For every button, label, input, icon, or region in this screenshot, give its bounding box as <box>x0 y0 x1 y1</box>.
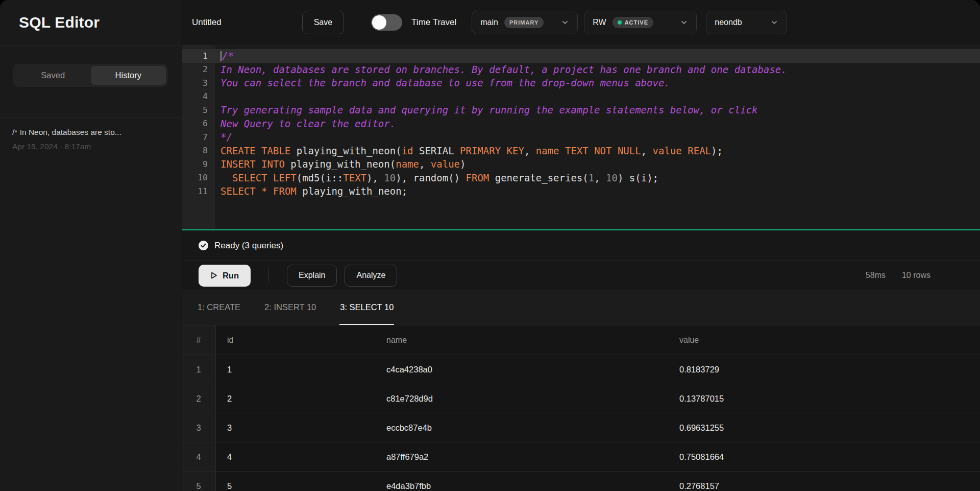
app-window: SQL Editor Saved History /* In Neon, dat… <box>0 0 980 491</box>
code-line-text: CREATE TABLE playing_with_neon(id SERIAL… <box>215 145 723 156</box>
table-cell: 4 <box>216 452 375 462</box>
line-number: 5 <box>182 105 215 115</box>
line-number: 2 <box>182 64 215 74</box>
branch-primary-badge: PRIMARY <box>504 17 544 28</box>
table-row[interactable]: 33eccbc87e4b0.69631255 <box>182 413 980 442</box>
editor-line[interactable]: 1/* <box>182 49 980 63</box>
line-number: 3 <box>182 78 215 88</box>
row-number-cell: 3 <box>182 413 216 442</box>
history-item-preview: /* In Neon, databases are sto... <box>12 128 168 137</box>
table-cell: eccbc87e4b <box>375 423 668 433</box>
results-table: #idnamevalue 11c4ca4238a00.818372922c81e… <box>182 325 980 491</box>
table-cell: 2 <box>216 394 375 404</box>
tab-saved[interactable]: Saved <box>15 66 91 85</box>
time-travel-toggle[interactable] <box>371 14 402 31</box>
sql-editor[interactable]: 1/*2In Neon, databases are stored on bra… <box>182 45 980 229</box>
table-row[interactable]: 11c4ca4238a00.8183729 <box>182 355 980 384</box>
code-line-text: In Neon, databases are stored on branche… <box>215 64 787 75</box>
column-header-id: id <box>216 336 375 345</box>
status-message: Ready (3 queries) <box>214 241 283 251</box>
database-select[interactable]: neondb <box>706 11 787 34</box>
query-duration: 58ms <box>866 271 886 280</box>
editor-lines: 1/*2In Neon, databases are stored on bra… <box>182 45 980 198</box>
table-cell: 0.13787015 <box>668 394 980 404</box>
table-cell: 0.75081664 <box>668 452 980 462</box>
column-header-num: # <box>182 325 216 355</box>
toolbar-divider <box>268 268 269 283</box>
sidebar-header: SQL Editor <box>0 0 181 45</box>
table-cell: c81e728d9d <box>375 394 668 404</box>
chevron-down-icon <box>770 18 778 27</box>
branch-select[interactable]: main PRIMARY <box>472 11 578 34</box>
row-number-cell: 2 <box>182 384 216 413</box>
compute-status-label: ACTIVE <box>625 19 648 26</box>
text-cursor <box>220 51 222 61</box>
save-button[interactable]: Save <box>302 11 344 34</box>
branch-name: main <box>480 18 498 27</box>
editor-line[interactable]: 3You can select the branch and database … <box>182 76 980 90</box>
ready-check-icon <box>199 241 208 250</box>
toggle-knob-icon <box>372 15 386 30</box>
table-cell: 1 <box>216 365 375 375</box>
code-line-text: Try generating sample data and querying … <box>215 104 757 115</box>
play-icon <box>210 271 218 279</box>
table-cell: e4da3b7fbb <box>375 481 668 491</box>
line-number: 1 <box>182 51 215 61</box>
code-line-text: SELECT LEFT(md5(i::TEXT), 10), random() … <box>215 172 658 183</box>
line-number: 4 <box>182 91 215 101</box>
table-cell: 3 <box>216 423 375 433</box>
editor-line[interactable]: 7*/ <box>182 130 980 144</box>
code-line-text: /* <box>215 50 234 61</box>
result-tab-1[interactable]: 1: CREATE <box>197 290 241 325</box>
result-tabs: 1: CREATE2: INSERT 103: SELECT 10 <box>182 290 980 325</box>
database-name: neondb <box>715 18 742 27</box>
table-cell: 0.2768157 <box>668 481 980 491</box>
code-line-text: INSERT INTO playing_with_neon(name, valu… <box>215 158 466 170</box>
compute-select[interactable]: RW ACTIVE <box>584 11 697 34</box>
table-row[interactable]: 44a87ff679a20.75081664 <box>182 442 980 472</box>
editor-line[interactable]: 2In Neon, databases are stored on branch… <box>182 63 980 77</box>
history-list-item[interactable]: /* In Neon, databases are sto... Apr 15,… <box>0 118 181 161</box>
line-number: 8 <box>182 146 215 155</box>
editor-line[interactable]: 4 <box>182 90 980 104</box>
code-line-text: SELECT * FROM playing_with_neon; <box>215 185 407 197</box>
query-title: Untitled <box>192 17 222 28</box>
editor-line[interactable]: 11SELECT * FROM playing_with_neon; <box>182 184 980 198</box>
topbar: Untitled Save Time Travel main PRIMARY R… <box>182 0 980 45</box>
chevron-down-icon <box>680 18 688 27</box>
query-toolbar: Run Explain Analyze 58ms 10 rows <box>182 261 980 290</box>
editor-line[interactable]: 10 SELECT LEFT(md5(i::TEXT), 10), random… <box>182 171 980 185</box>
main-pane: Untitled Save Time Travel main PRIMARY R… <box>182 0 980 491</box>
history-item-date: Apr 15, 2024 - 8:17am <box>12 142 168 151</box>
sidebar: SQL Editor Saved History /* In Neon, dat… <box>0 0 181 491</box>
editor-line[interactable]: 5Try generating sample data and querying… <box>182 103 980 117</box>
tab-history[interactable]: History <box>91 66 166 85</box>
table-row[interactable]: 55e4da3b7fbb0.2768157 <box>182 472 980 491</box>
row-number-cell: 1 <box>182 355 216 384</box>
code-line-text: */ <box>215 131 232 143</box>
line-number: 11 <box>182 186 215 196</box>
active-status-dot-icon <box>618 20 622 25</box>
run-button-label: Run <box>223 271 239 280</box>
saved-history-switch: Saved History <box>13 64 168 87</box>
status-bar: Ready (3 queries) <box>182 230 980 261</box>
explain-button[interactable]: Explain <box>287 265 337 287</box>
time-travel-label: Time Travel <box>411 17 456 28</box>
code-line-text: New Query to clear the editor. <box>215 118 396 129</box>
table-cell: 0.69631255 <box>668 423 980 433</box>
table-row[interactable]: 22c81e728d9d0.13787015 <box>182 384 980 413</box>
table-cell: a87ff679a2 <box>375 452 668 462</box>
row-number-cell: 5 <box>182 472 216 491</box>
table-cell: 5 <box>216 481 375 491</box>
editor-line[interactable]: 8CREATE TABLE playing_with_neon(id SERIA… <box>182 144 980 158</box>
chevron-down-icon <box>561 18 569 27</box>
result-tab-2[interactable]: 2: INSERT 10 <box>264 290 316 325</box>
editor-line[interactable]: 6New Query to clear the editor. <box>182 117 980 131</box>
page-title: SQL Editor <box>19 14 100 31</box>
analyze-button[interactable]: Analyze <box>345 265 397 287</box>
editor-line[interactable]: 9INSERT INTO playing_with_neon(name, val… <box>182 157 980 171</box>
run-button[interactable]: Run <box>199 265 251 287</box>
line-number: 7 <box>182 132 215 142</box>
result-tab-3[interactable]: 3: SELECT 10 <box>339 290 394 325</box>
table-cell: 0.8183729 <box>668 365 980 375</box>
